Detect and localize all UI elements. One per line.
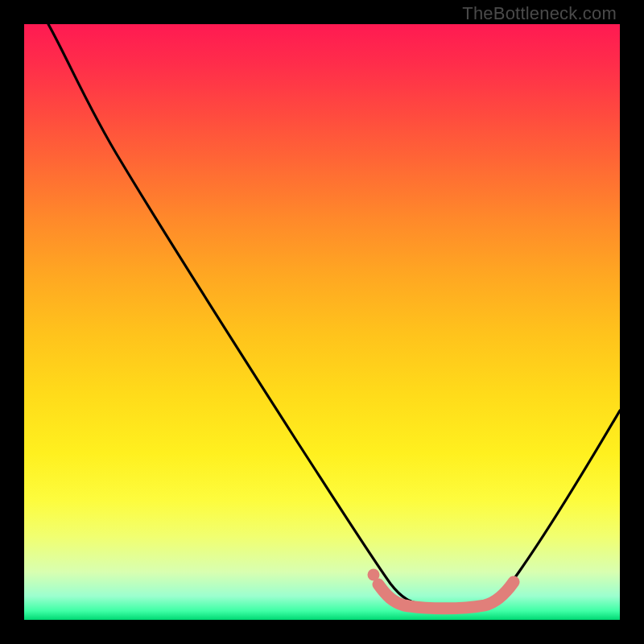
plot-area: [24, 24, 620, 620]
bottleneck-curve: [48, 24, 620, 606]
highlight-band: [378, 582, 514, 609]
highlight-dot-left: [368, 569, 380, 581]
watermark-text: TheBottleneck.com: [462, 3, 617, 24]
bottleneck-curve-svg: [24, 24, 620, 620]
chart-frame: TheBottleneck.com: [0, 0, 644, 644]
